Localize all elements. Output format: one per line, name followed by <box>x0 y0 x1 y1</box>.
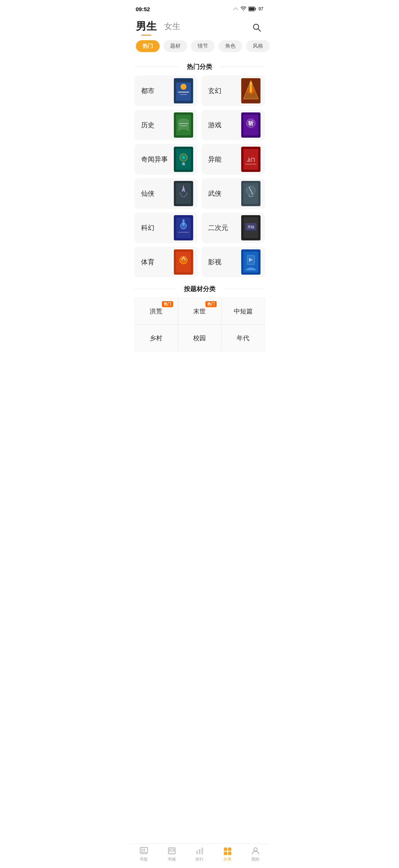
category-superpower-label: 异能 <box>208 155 221 164</box>
category-bizarre[interactable]: 奇闻异事 诡 <box>134 144 198 175</box>
svg-rect-30 <box>245 164 256 165</box>
category-history[interactable]: 历史 <box>134 110 198 140</box>
category-fantasy-label: 玄幻 <box>208 86 221 95</box>
category-game-label: 游戏 <box>208 121 221 130</box>
subcategory-grid: 洪荒 热门 末世 热门 中短篇 乡村 校园 年代 <box>134 298 265 351</box>
book-cover-xianxia <box>174 181 193 206</box>
subcategory-era[interactable]: 年代 <box>221 325 265 351</box>
book-cover-anime: 开始 <box>241 215 261 240</box>
subcategory-rural-label: 乡村 <box>150 334 162 342</box>
category-wuxia-label: 武侠 <box>208 189 221 198</box>
book-cover-fantasy <box>241 78 261 103</box>
status-bar: 09:52 97 <box>130 0 269 16</box>
filter-topic[interactable]: 题材 <box>163 40 187 52</box>
category-film-label: 影视 <box>208 258 221 267</box>
category-game[interactable]: 游戏 斩 <box>201 110 265 140</box>
tab-male[interactable]: 男生 <box>136 19 157 36</box>
wifi-icon <box>240 6 246 12</box>
svg-rect-40 <box>178 232 189 233</box>
book-cover-scifi <box>174 215 193 240</box>
filter-plot[interactable]: 情节 <box>191 40 215 52</box>
category-sports-label: 体育 <box>141 258 154 267</box>
category-scifi-label: 科幻 <box>141 223 154 232</box>
book-cover-sports <box>174 249 193 275</box>
book-cover-game: 斩 <box>241 112 261 138</box>
svg-line-5 <box>258 29 261 32</box>
svg-rect-14 <box>250 82 252 93</box>
hot-section-title: 热门分类 <box>130 63 269 71</box>
svg-rect-9 <box>178 92 189 93</box>
header: 男生 女生 <box>130 16 269 36</box>
book-cover-superpower: 上门 <box>241 147 261 172</box>
category-urban[interactable]: 都市 <box>134 76 198 106</box>
subcategory-section: 洪荒 热门 末世 热门 中短篇 乡村 校园 年代 <box>130 298 269 351</box>
category-bizarre-label: 奇闻异事 <box>141 155 168 164</box>
category-fantasy[interactable]: 玄幻 <box>201 76 265 106</box>
subcategory-campus[interactable]: 校园 <box>178 325 221 351</box>
category-sports[interactable]: 体育 <box>134 247 198 277</box>
category-wuxia[interactable]: 武侠 <box>201 178 265 209</box>
filter-style[interactable]: 风格 <box>246 40 269 52</box>
subcategory-moshi[interactable]: 末世 热门 <box>178 298 221 325</box>
subcategory-honghuang[interactable]: 洪荒 热门 <box>134 298 178 325</box>
status-time: 09:52 <box>136 6 150 12</box>
subcategory-honghuang-label: 洪荒 <box>150 307 162 316</box>
category-xianxia-label: 仙侠 <box>141 189 154 198</box>
book-cover-history <box>174 112 193 138</box>
hot-badge-honghuang: 热门 <box>162 301 173 307</box>
search-button[interactable] <box>250 21 264 34</box>
subcategory-era-label: 年代 <box>237 334 249 342</box>
search-icon <box>253 23 261 32</box>
book-cover-bizarre: 诡 <box>174 147 193 172</box>
category-anime-label: 二次元 <box>208 223 228 232</box>
book-cover-wuxia <box>241 181 261 206</box>
battery-level: 97 <box>258 6 263 12</box>
subcategory-campus-label: 校园 <box>193 334 206 342</box>
by-topic-title: 按题材分类 <box>130 285 269 293</box>
category-history-label: 历史 <box>141 121 154 130</box>
subcategory-short-label: 中短篇 <box>234 307 253 316</box>
svg-rect-10 <box>180 94 187 95</box>
svg-rect-2 <box>255 8 256 10</box>
battery-icon <box>248 6 256 12</box>
main-content: 男生 女生 热门 题材 情节 角色 风格 热门分类 都市 <box>130 16 269 381</box>
tab-female[interactable]: 女生 <box>164 21 181 34</box>
category-scifi[interactable]: 科幻 <box>134 213 198 243</box>
svg-text:上门: 上门 <box>247 157 255 162</box>
subcategory-short[interactable]: 中短篇 <box>221 298 265 325</box>
filter-tabs: 热门 题材 情节 角色 风格 <box>130 36 269 57</box>
svg-point-8 <box>181 84 186 90</box>
svg-rect-39 <box>182 219 185 226</box>
filter-character[interactable]: 角色 <box>218 40 242 52</box>
category-xianxia[interactable]: 仙侠 <box>134 178 198 209</box>
hot-badge-moshi: 热门 <box>205 301 217 307</box>
category-grid: 都市 玄幻 <box>130 76 269 277</box>
category-urban-label: 都市 <box>141 86 154 95</box>
book-cover-film <box>241 249 261 275</box>
svg-rect-18 <box>180 125 187 126</box>
category-superpower[interactable]: 异能 上门 <box>201 144 265 175</box>
svg-rect-3 <box>249 7 255 11</box>
subcategory-moshi-label: 末世 <box>193 307 206 316</box>
signal-icon <box>233 6 239 12</box>
svg-text:诡: 诡 <box>182 162 185 166</box>
svg-rect-17 <box>179 123 188 124</box>
category-anime[interactable]: 二次元 开始 <box>201 213 265 243</box>
category-film[interactable]: 影视 <box>201 247 265 277</box>
svg-text:斩: 斩 <box>248 120 254 126</box>
filter-hot[interactable]: 热门 <box>136 40 160 52</box>
book-cover-urban <box>174 78 193 103</box>
svg-text:开始: 开始 <box>247 225 255 229</box>
status-icons: 97 <box>233 6 263 12</box>
subcategory-rural[interactable]: 乡村 <box>134 325 178 351</box>
